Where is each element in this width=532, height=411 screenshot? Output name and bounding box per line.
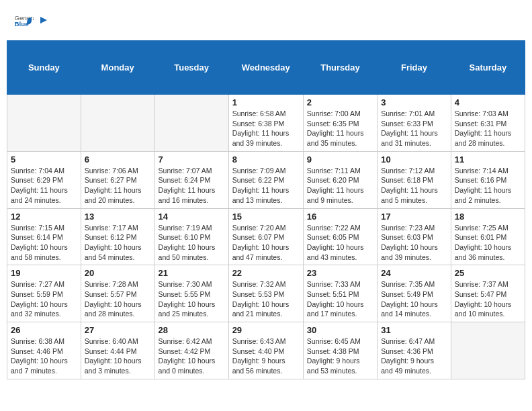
header-row: SundayMondayTuesdayWednesdayThursdayFrid… — [7, 41, 525, 95]
day-info: Sunrise: 7:19 AM Sunset: 6:10 PM Dayligh… — [159, 223, 225, 263]
day-number: 10 — [381, 154, 447, 165]
calendar-cell: 29Sunrise: 6:43 AM Sunset: 4:40 PM Dayli… — [228, 322, 303, 379]
calendar-cell: 5Sunrise: 7:04 AM Sunset: 6:29 PM Daylig… — [7, 151, 81, 208]
day-info: Sunrise: 7:07 AM Sunset: 6:24 PM Dayligh… — [159, 166, 225, 205]
day-number: 22 — [232, 268, 300, 278]
day-header-thursday: Thursday — [303, 41, 377, 95]
day-info: Sunrise: 7:32 AM Sunset: 5:53 PM Dayligh… — [232, 279, 300, 319]
day-info: Sunrise: 7:15 AM Sunset: 6:14 PM Dayligh… — [11, 223, 77, 263]
day-number: 13 — [85, 212, 151, 222]
week-row-3: 12Sunrise: 7:15 AM Sunset: 6:14 PM Dayli… — [7, 208, 525, 265]
calendar-cell: 12Sunrise: 7:15 AM Sunset: 6:14 PM Dayli… — [7, 208, 81, 265]
day-info: Sunrise: 7:01 AM Sunset: 6:33 PM Dayligh… — [381, 109, 447, 148]
calendar-cell: 18Sunrise: 7:25 AM Sunset: 6:01 PM Dayli… — [451, 208, 525, 265]
calendar-cell: 26Sunrise: 6:38 AM Sunset: 4:46 PM Dayli… — [7, 322, 81, 379]
day-number: 31 — [381, 325, 447, 335]
day-number: 17 — [381, 212, 447, 222]
week-row-2: 5Sunrise: 7:04 AM Sunset: 6:29 PM Daylig… — [7, 151, 525, 208]
day-info: Sunrise: 7:12 AM Sunset: 6:18 PM Dayligh… — [381, 166, 447, 205]
calendar-cell — [451, 322, 525, 379]
day-number: 24 — [381, 268, 447, 278]
page-header: General Blue — [7, 7, 525, 34]
calendar-cell — [81, 95, 154, 152]
calendar-cell: 16Sunrise: 7:22 AM Sunset: 6:05 PM Dayli… — [303, 208, 377, 265]
calendar-cell: 17Sunrise: 7:23 AM Sunset: 6:03 PM Dayli… — [378, 208, 451, 265]
day-info: Sunrise: 7:09 AM Sunset: 6:22 PM Dayligh… — [232, 166, 300, 205]
week-row-1: 1Sunrise: 6:58 AM Sunset: 6:38 PM Daylig… — [7, 95, 525, 152]
day-number: 26 — [11, 325, 77, 335]
day-info: Sunrise: 6:58 AM Sunset: 6:38 PM Dayligh… — [232, 109, 300, 148]
day-info: Sunrise: 7:22 AM Sunset: 6:05 PM Dayligh… — [307, 223, 373, 263]
calendar-cell: 15Sunrise: 7:20 AM Sunset: 6:07 PM Dayli… — [228, 208, 303, 265]
calendar-cell: 9Sunrise: 7:11 AM Sunset: 6:20 PM Daylig… — [303, 151, 377, 208]
day-header-wednesday: Wednesday — [228, 41, 303, 95]
day-number: 23 — [307, 268, 373, 278]
day-number: 20 — [85, 268, 151, 278]
calendar-cell: 25Sunrise: 7:37 AM Sunset: 5:47 PM Dayli… — [451, 265, 525, 322]
day-number: 19 — [11, 268, 77, 278]
day-info: Sunrise: 7:11 AM Sunset: 6:20 PM Dayligh… — [307, 166, 373, 205]
day-info: Sunrise: 7:25 AM Sunset: 6:01 PM Dayligh… — [455, 223, 521, 263]
calendar-cell — [154, 95, 228, 152]
calendar-table: SundayMondayTuesdayWednesdayThursdayFrid… — [7, 40, 525, 379]
calendar-cell: 2Sunrise: 7:00 AM Sunset: 6:35 PM Daylig… — [303, 95, 377, 152]
day-number: 2 — [307, 97, 373, 107]
day-number: 25 — [455, 268, 521, 278]
day-number: 5 — [11, 154, 77, 165]
day-number: 1 — [232, 97, 300, 107]
day-number: 11 — [455, 154, 521, 165]
calendar-cell: 20Sunrise: 7:28 AM Sunset: 5:57 PM Dayli… — [81, 265, 154, 322]
svg-marker-2 — [40, 17, 47, 24]
day-number: 7 — [159, 154, 225, 165]
day-number: 16 — [307, 212, 373, 222]
day-number: 6 — [85, 154, 151, 165]
day-info: Sunrise: 7:20 AM Sunset: 6:07 PM Dayligh… — [232, 223, 300, 263]
day-info: Sunrise: 7:00 AM Sunset: 6:35 PM Dayligh… — [307, 109, 373, 148]
day-number: 18 — [455, 212, 521, 222]
day-info: Sunrise: 7:23 AM Sunset: 6:03 PM Dayligh… — [381, 223, 447, 263]
calendar-cell: 8Sunrise: 7:09 AM Sunset: 6:22 PM Daylig… — [228, 151, 303, 208]
day-number: 9 — [307, 154, 373, 165]
day-header-tuesday: Tuesday — [154, 41, 228, 95]
day-header-friday: Friday — [378, 41, 451, 95]
calendar-cell: 22Sunrise: 7:32 AM Sunset: 5:53 PM Dayli… — [228, 265, 303, 322]
day-number: 12 — [11, 212, 77, 222]
calendar-cell: 13Sunrise: 7:17 AM Sunset: 6:12 PM Dayli… — [81, 208, 154, 265]
day-number: 14 — [159, 212, 225, 222]
day-number: 30 — [307, 325, 373, 335]
day-number: 8 — [232, 154, 300, 165]
day-info: Sunrise: 7:17 AM Sunset: 6:12 PM Dayligh… — [85, 223, 151, 263]
calendar-cell: 10Sunrise: 7:12 AM Sunset: 6:18 PM Dayli… — [378, 151, 451, 208]
calendar-cell: 1Sunrise: 6:58 AM Sunset: 6:38 PM Daylig… — [228, 95, 303, 152]
day-info: Sunrise: 7:37 AM Sunset: 5:47 PM Dayligh… — [455, 279, 521, 319]
calendar-cell: 31Sunrise: 6:47 AM Sunset: 4:36 PM Dayli… — [378, 322, 451, 379]
calendar-cell: 19Sunrise: 7:27 AM Sunset: 5:59 PM Dayli… — [7, 265, 81, 322]
calendar-cell: 14Sunrise: 7:19 AM Sunset: 6:10 PM Dayli… — [154, 208, 228, 265]
day-info: Sunrise: 7:28 AM Sunset: 5:57 PM Dayligh… — [85, 279, 151, 319]
day-info: Sunrise: 7:04 AM Sunset: 6:29 PM Dayligh… — [11, 166, 77, 205]
day-number: 29 — [232, 325, 300, 335]
calendar-cell: 27Sunrise: 6:40 AM Sunset: 4:44 PM Dayli… — [81, 322, 154, 379]
day-info: Sunrise: 7:30 AM Sunset: 5:55 PM Dayligh… — [159, 279, 225, 319]
day-number: 3 — [381, 97, 447, 107]
logo: General Blue — [13, 10, 51, 30]
day-info: Sunrise: 7:06 AM Sunset: 6:27 PM Dayligh… — [85, 166, 151, 205]
calendar-cell: 4Sunrise: 7:03 AM Sunset: 6:31 PM Daylig… — [451, 95, 525, 152]
calendar-cell: 3Sunrise: 7:01 AM Sunset: 6:33 PM Daylig… — [378, 95, 451, 152]
day-header-sunday: Sunday — [7, 41, 81, 95]
week-row-5: 26Sunrise: 6:38 AM Sunset: 4:46 PM Dayli… — [7, 322, 525, 379]
week-row-4: 19Sunrise: 7:27 AM Sunset: 5:59 PM Dayli… — [7, 265, 525, 322]
logo-icon: General Blue — [13, 10, 34, 30]
day-number: 15 — [232, 212, 300, 222]
day-info: Sunrise: 7:33 AM Sunset: 5:51 PM Dayligh… — [307, 279, 373, 319]
calendar-cell: 30Sunrise: 6:45 AM Sunset: 4:38 PM Dayli… — [303, 322, 377, 379]
calendar-cell: 23Sunrise: 7:33 AM Sunset: 5:51 PM Dayli… — [303, 265, 377, 322]
day-info: Sunrise: 7:35 AM Sunset: 5:49 PM Dayligh… — [381, 279, 447, 319]
day-number: 28 — [159, 325, 225, 335]
calendar-cell: 24Sunrise: 7:35 AM Sunset: 5:49 PM Dayli… — [378, 265, 451, 322]
calendar-cell: 21Sunrise: 7:30 AM Sunset: 5:55 PM Dayli… — [154, 265, 228, 322]
day-info: Sunrise: 7:14 AM Sunset: 6:16 PM Dayligh… — [455, 166, 521, 205]
svg-text:Blue: Blue — [15, 20, 30, 28]
calendar-cell — [7, 95, 81, 152]
day-info: Sunrise: 6:38 AM Sunset: 4:46 PM Dayligh… — [11, 336, 77, 376]
